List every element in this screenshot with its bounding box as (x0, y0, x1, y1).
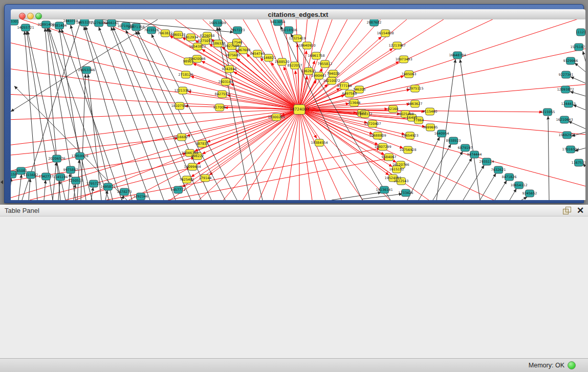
network-node-label: 16648784 (449, 53, 466, 57)
network-node-label: 16053809 (209, 21, 226, 25)
network-node-label: 12325419 (289, 36, 306, 40)
network-node-label: 12975115 (406, 86, 423, 91)
network-node-label: 9215955 (540, 110, 555, 114)
network-node-label: 15751874 (570, 45, 585, 49)
network-node-label: 1145194 (53, 175, 68, 179)
network-node-label: 8454749 (250, 52, 265, 56)
network-node-label: 7485063 (402, 72, 417, 76)
network-node-label: 6497568 (342, 92, 357, 96)
network-node-label: 587833 (196, 142, 209, 146)
network-node-label: 16210643 (556, 118, 573, 122)
network-node-label: 9457771 (171, 188, 186, 192)
network-node-label: 746205 (353, 87, 366, 92)
network-node-label: 1315682 (24, 173, 38, 177)
memory-ok-indicator (568, 361, 576, 369)
network-node-label: 9699695 (423, 125, 438, 129)
network-node-label: 1678273 (117, 190, 132, 194)
network-node-label: 18807299 (374, 145, 391, 149)
network-node-label: 18300295 (268, 115, 285, 119)
network-node-label: 8522057 (288, 63, 302, 68)
network-node-label: 14055721 (17, 26, 34, 30)
network-node-label: 9227341 (559, 73, 574, 77)
table-panel: Table Panel ✕ ✓✓✕f(x) citations_edges.tx… (0, 205, 588, 372)
network-node-label: 29053346 (78, 68, 95, 72)
network-node-label: 2718126 (179, 73, 193, 77)
network-node-label: 9975887 (63, 168, 78, 172)
network-node-label: 16543812 (189, 45, 206, 49)
network-node-label: 7615526 (144, 28, 159, 32)
network-node-label: 1342737 (39, 174, 54, 179)
network-node-label: 10973493 (395, 57, 412, 61)
network-node-label: 1795723 (86, 182, 101, 186)
network-canvas[interactable]: 1872400718300295193845547663822986012889… (11, 19, 585, 200)
network-node-label: 8471826 (502, 175, 517, 179)
network-node-label: 9777169 (337, 84, 352, 88)
network-node-label: 77864 (413, 118, 424, 122)
network-node-label: 18640910 (298, 43, 315, 48)
network-node-label: 9827508 (225, 44, 239, 48)
network-node-label: 82160 (388, 107, 399, 111)
network-node-label: 1167533 (572, 161, 585, 165)
network-node-label: 15720407 (364, 122, 381, 126)
network-node-label: 18107554 (171, 104, 188, 108)
network-node-label: 1244415 (561, 102, 576, 106)
close-panel-icon[interactable]: ✕ (577, 205, 584, 216)
network-node-label: 9684067 (382, 155, 397, 159)
network-node-label: 7632621 (491, 168, 506, 172)
network-node-label: 12213363 (174, 89, 191, 93)
network-node-label: 15692971 (558, 133, 575, 137)
network-node-label: 16120746 (392, 163, 409, 167)
network-node-label: 9115460 (423, 110, 438, 114)
network-node-label: 9242848 (222, 67, 237, 71)
network-node-label: 12213967 (388, 43, 405, 48)
network-window-title: citations_edges.txt (11, 11, 585, 18)
network-node-label: 9329966 (563, 59, 578, 63)
network-node-label: 8912934 (184, 35, 199, 39)
network-node-label: 9146821 (262, 56, 276, 60)
network-node-label: 1640954 (434, 132, 449, 136)
network-node-label: 19218506 (280, 28, 297, 32)
network-node-label: 16671358 (127, 25, 144, 29)
network-node-label: 17016504 (562, 147, 579, 151)
network-node-label: 33159 (11, 172, 17, 177)
network-node-label: 917006 (213, 105, 226, 110)
network-node-label: 1250513 (69, 179, 83, 183)
network-node-label: 12093872 (557, 87, 574, 92)
network-node-label: 1990443 (312, 74, 326, 78)
network-node-label: 213644 (348, 101, 361, 105)
network-node-label: 2803144 (219, 80, 233, 84)
collapse-arrow-icon[interactable] (1, 180, 3, 184)
network-node-label: 19654923 (401, 134, 418, 138)
network-node-label: 1615152 (389, 167, 404, 171)
network-node-label: 9875685 (226, 53, 241, 57)
network-node-label: 17546 (232, 40, 243, 45)
network-window-titlebar[interactable]: citations_edges.txt (11, 9, 585, 20)
network-node-label: 10654112 (510, 183, 527, 187)
network-window[interactable]: citations_edges.txt 18724007183002951938… (4, 4, 584, 203)
network-node-label: 9474444 (467, 152, 482, 157)
float-panel-icon[interactable] (563, 207, 571, 214)
network-node-label: 17959928 (71, 154, 88, 158)
network-node-label: 2967608 (236, 48, 251, 52)
network-node-label: 1292346 (134, 194, 148, 199)
network-node-label: 16210072 (323, 79, 340, 83)
network-node-label: 8186328 (211, 41, 226, 46)
status-bar: Memory: OK (0, 358, 588, 372)
network-node-label: 14136141 (376, 188, 393, 192)
network-node-label: 6466161 (104, 21, 119, 25)
network-node-label: 7886372 (358, 112, 373, 116)
network-node-label: 7625402 (180, 178, 194, 182)
network-node-label: 179144 (199, 176, 212, 180)
network-node-label: 8427552 (215, 92, 230, 96)
network-node-label: 8938923 (446, 139, 461, 143)
network-node-label: 14099484 (184, 165, 201, 169)
network-node-label: 16154838 (377, 31, 394, 35)
network-node-label: 16961758 (308, 54, 324, 58)
network-node-label: 98901 (183, 59, 194, 63)
network-node-label: 1695817 (101, 185, 116, 189)
network-node-label: 20206576 (48, 157, 65, 161)
memory-status-label: Memory: OK (529, 362, 564, 369)
network-node-label: 1733426 (399, 191, 413, 195)
network-node-label: 998227 (191, 154, 204, 158)
network-node-label: 9463627 (408, 102, 423, 106)
